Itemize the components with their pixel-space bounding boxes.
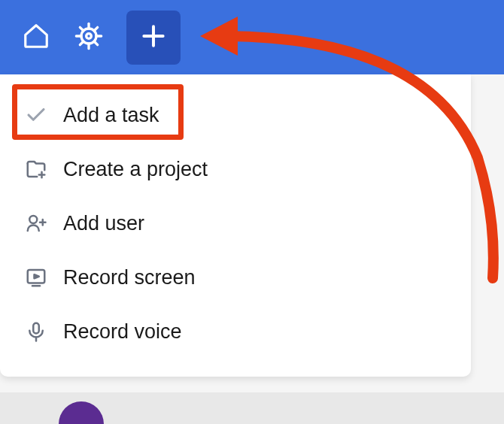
add-dropdown-menu: Add a task Create a project Add user [0, 74, 471, 377]
avatar [59, 401, 104, 424]
microphone-icon [23, 318, 50, 345]
menu-item-label: Add a task [63, 104, 159, 127]
background-strip [0, 392, 504, 424]
svg-line-8 [80, 41, 83, 45]
home-button[interactable] [21, 23, 51, 53]
svg-line-7 [94, 41, 98, 45]
menu-item-add-task[interactable]: Add a task [0, 88, 471, 142]
svg-rect-20 [33, 323, 39, 334]
add-button[interactable] [126, 11, 181, 65]
menu-item-record-screen[interactable]: Record screen [0, 250, 471, 304]
svg-marker-18 [35, 274, 39, 278]
menu-item-create-project[interactable]: Create a project [0, 142, 471, 196]
menu-item-label: Add user [63, 212, 144, 235]
user-plus-icon [23, 210, 50, 237]
topbar [0, 0, 504, 74]
svg-line-9 [94, 27, 98, 31]
menu-item-label: Record screen [63, 266, 196, 289]
check-icon [23, 101, 50, 129]
wheel-icon [74, 21, 104, 54]
plus-icon [139, 22, 168, 53]
settings-button[interactable] [74, 23, 104, 53]
menu-item-label: Record voice [63, 320, 182, 344]
menu-item-label: Create a project [63, 158, 208, 181]
menu-item-add-user[interactable]: Add user [0, 196, 471, 250]
svg-point-14 [29, 216, 37, 223]
folder-plus-icon [23, 156, 50, 183]
svg-point-1 [87, 33, 92, 38]
screen-record-icon [23, 264, 50, 291]
svg-line-6 [80, 27, 83, 31]
home-icon [22, 22, 50, 53]
menu-item-record-voice[interactable]: Record voice [0, 304, 471, 359]
